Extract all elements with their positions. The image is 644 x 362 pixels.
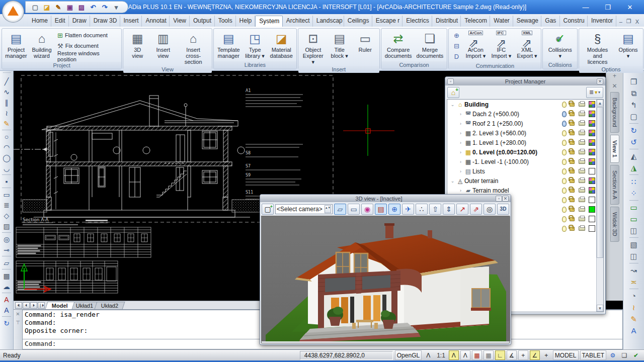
visibility-bulb-icon[interactable] — [562, 159, 567, 165]
next-layout-button[interactable]: ⏵ — [30, 302, 37, 309]
mirror-copy-button[interactable]: ◮ — [627, 162, 640, 173]
arcon-import-button[interactable]: ArCon⇗ArCon Import ▾ — [463, 30, 488, 62]
spinner-icon[interactable]: ▴ ▾ — [325, 205, 331, 213]
lock-icon[interactable] — [570, 160, 575, 164]
tree-row[interactable]: ›◚Dach 2 (+500.00) — [447, 109, 603, 119]
tree-row[interactable]: ›▦2. Level 3 (+560.00) — [447, 128, 603, 138]
save-icon[interactable]: ▣ — [65, 3, 74, 12]
tree-row[interactable]: ›▤Lists — [447, 166, 603, 176]
text-tool-button[interactable]: A — [1, 294, 12, 305]
wipeout-tool-button[interactable]: ▱ — [1, 257, 12, 268]
arcadia-pen-icon[interactable]: ✎ — [54, 3, 63, 12]
lock-icon[interactable] — [570, 198, 575, 202]
modules-licences-button[interactable]: §Modules and licences — [581, 30, 614, 66]
package-button[interactable]: ⊕ — [451, 31, 462, 40]
panel-close-icon[interactable]: ✕ — [597, 78, 603, 84]
crosshair-button[interactable]: + — [518, 350, 528, 360]
cascade-windows-icon[interactable]: ❏ — [619, 350, 629, 360]
ribbon-tab-water[interactable]: Water — [490, 16, 513, 27]
ribbon-tab-sewage[interactable]: Sewage — [513, 16, 542, 27]
visibility-bulb-icon[interactable] — [562, 111, 567, 117]
new-file-icon[interactable]: ▢ — [31, 3, 40, 12]
print-icon[interactable] — [579, 140, 585, 145]
model-space-button[interactable]: MODEL — [553, 350, 579, 360]
lock-icon[interactable] — [570, 169, 575, 173]
expand-chevron-icon[interactable]: ⌄ — [449, 102, 456, 107]
line-tool-button[interactable]: ╱ — [1, 76, 12, 86]
box-3d-button[interactable]: ▧ — [627, 239, 640, 250]
color-swatch[interactable] — [589, 187, 595, 194]
edit-text-button[interactable]: A — [627, 325, 640, 336]
visibility-bulb-icon[interactable] — [562, 216, 567, 222]
donut-tool-button[interactable]: ◎ — [1, 234, 12, 244]
angle-button[interactable]: ∠ — [530, 350, 540, 360]
esnap-marker-icon[interactable]: Λ — [423, 350, 433, 360]
polar-button[interactable]: ∡ — [507, 350, 517, 360]
project-manager-titlebar[interactable]: ▫ Project Manager ✕ — [445, 77, 605, 85]
color-swatch[interactable] — [589, 149, 595, 155]
lock-icon[interactable] — [570, 150, 575, 154]
camera-select[interactable]: <Select camera>▴ ▾ — [275, 204, 333, 214]
expand-chevron-icon[interactable]: › — [457, 121, 464, 126]
doc-close-button[interactable]: X — [635, 19, 639, 25]
regen-tool-button[interactable]: ↻ — [1, 318, 12, 328]
lock-icon[interactable] — [570, 179, 575, 183]
copy-multiple-button[interactable]: ⧉ — [627, 87, 640, 99]
ribbon-tab-escape-r[interactable]: Escape r — [372, 16, 403, 27]
undo-icon[interactable]: ↶ — [89, 3, 98, 12]
print-icon[interactable] — [579, 198, 585, 202]
ifc-import-button[interactable]: IFC⇗IFC Import ▾ — [489, 30, 514, 62]
lock-icon[interactable] — [570, 131, 575, 135]
ribbon-tab-ceilings[interactable]: Ceilings — [344, 16, 372, 27]
ribbon-tab-telecom[interactable]: Telecom — [461, 16, 490, 27]
tree-row[interactable]: ⌄⌂Building — [447, 100, 603, 109]
lock-icon[interactable] — [570, 112, 575, 116]
d-converter-button[interactable]: D — [451, 52, 462, 61]
ribbon-tab-landscap[interactable]: Landscap — [313, 16, 344, 27]
print-icon[interactable] — [579, 121, 585, 126]
expand-chevron-icon[interactable]: › — [457, 131, 464, 136]
revision-cloud-tool-button[interactable]: ☁ — [1, 281, 12, 292]
doc-restore-button[interactable]: ❐ — [626, 18, 631, 25]
axonometric-view-button[interactable]: ▭ — [348, 204, 360, 215]
color-swatch[interactable] — [589, 111, 595, 117]
visibility-bulb-icon[interactable] — [562, 178, 567, 184]
spline-tool-button[interactable]: ≀ — [1, 108, 12, 118]
xml-export-button[interactable]: XML⇗XML Export ▾ — [514, 30, 539, 62]
app-menu-button[interactable] — [2, 1, 24, 23]
visibility-bulb-icon[interactable] — [562, 188, 567, 194]
print-icon[interactable] — [579, 207, 585, 212]
expand-chevron-icon[interactable]: › — [457, 188, 464, 193]
color-swatch[interactable] — [589, 206, 595, 213]
expand-chevron-icon[interactable]: › — [457, 112, 464, 117]
view-tab-section-a-a[interactable]: Section A-A — [610, 165, 619, 205]
visibility-bulb-icon[interactable] — [562, 149, 567, 155]
flatten-document-button[interactable]: ⊞Flatten document — [56, 31, 119, 40]
lock-icon[interactable] — [570, 217, 575, 221]
polyline-tool-button[interactable]: ∿ — [1, 86, 12, 97]
building-wizard-button[interactable]: ⌂Building wizard — [29, 30, 54, 62]
scroll-up-icon[interactable]: ▲ — [597, 100, 603, 107]
mtext-tool-button[interactable]: A — [1, 305, 12, 315]
print-icon[interactable] — [579, 159, 585, 164]
print-icon[interactable] — [579, 169, 585, 173]
save-3d-button[interactable]: 3D — [497, 204, 509, 215]
3d-view-button[interactable]: ▦3D view — [125, 30, 150, 66]
fillet-button[interactable]: ◔ — [627, 290, 640, 302]
title-block-button[interactable]: ▤Title block ▾ — [327, 30, 352, 66]
view-tab-background[interactable]: Background — [610, 92, 619, 133]
ribbon-tab-tools[interactable]: Tools — [215, 16, 236, 27]
color-swatch[interactable] — [589, 120, 595, 127]
insert-cross-section-button[interactable]: ⌂Insert cross-section — [176, 30, 210, 66]
print-icon[interactable] — [579, 217, 585, 221]
doc-minimize-button[interactable]: – — [619, 19, 622, 25]
ellipse-tool-button[interactable]: ◯ — [1, 152, 12, 163]
edit-spline-button[interactable]: ≀ — [627, 302, 640, 313]
mirror-button[interactable]: ◭ — [627, 150, 640, 162]
camera-preview-button[interactable]: ◎ — [484, 204, 496, 215]
ribbon-tab-distribut[interactable]: Distribut — [432, 16, 461, 27]
ribbon-tab-architect[interactable]: Architect — [283, 16, 313, 27]
type-library-button[interactable]: ◳Type library ▾ — [243, 30, 268, 61]
tree-row[interactable]: ›▦0. Level (±0.00=120.00) — [447, 147, 603, 157]
print-icon[interactable] — [579, 112, 585, 116]
